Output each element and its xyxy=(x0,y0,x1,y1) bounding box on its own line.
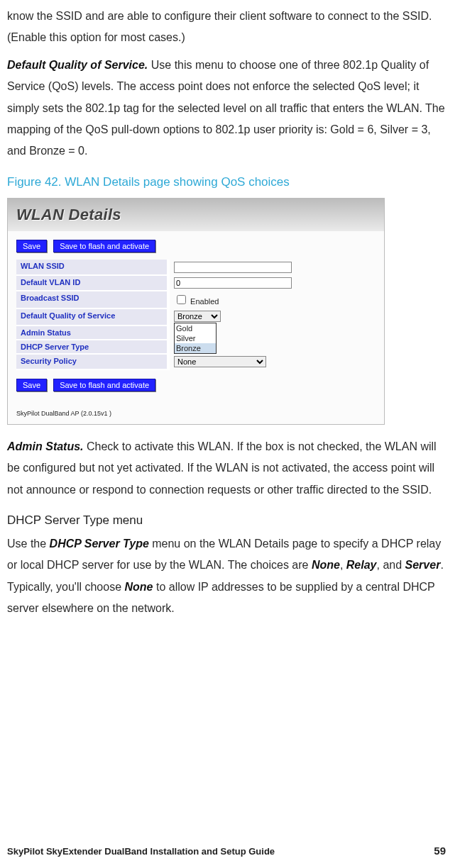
wlan-panel-title: WLAN Details xyxy=(8,199,384,231)
figure-caption: Figure 42. WLAN Details page showing QoS… xyxy=(7,175,446,189)
qos-option-gold[interactable]: Gold xyxy=(175,323,216,333)
label-security-policy: Security Policy xyxy=(16,354,168,369)
sep2: , and xyxy=(377,559,405,571)
qos-body: Use this menu to choose one of three 802… xyxy=(7,59,445,157)
option-server: Server xyxy=(405,559,441,571)
label-wlan-ssid: WLAN SSID xyxy=(16,260,168,275)
button-row-bottom: Save Save to flash and activate xyxy=(16,379,376,391)
paragraph-admin-status: Admin Status. Check to activate this WLA… xyxy=(7,436,446,501)
dhcp-server-type-term: DHCP Server Type xyxy=(50,538,149,550)
footer-doc-title: SkyPilot SkyExtender DualBand Installati… xyxy=(7,846,275,857)
label-dhcp-server-type: DHCP Server Type xyxy=(16,340,168,354)
label-enabled: Enabled xyxy=(190,297,219,306)
sep1: , xyxy=(340,559,346,571)
button-row-top: Save Save to flash and activate xyxy=(16,240,376,252)
save-button-bottom[interactable]: Save xyxy=(16,379,47,391)
paragraph-ssid-continuation: know the SSID and are able to configure … xyxy=(7,6,446,49)
select-qos[interactable]: Bronze xyxy=(174,311,221,322)
label-default-vlan: Default VLAN ID xyxy=(16,275,168,291)
wlan-details-panel: WLAN Details Save Save to flash and acti… xyxy=(7,198,385,425)
paragraph-qos: Default Quality of Service. Use this men… xyxy=(7,55,446,162)
select-security-policy[interactable]: None xyxy=(174,356,266,367)
save-button[interactable]: Save xyxy=(16,240,47,252)
dhcp-text-a: Use the xyxy=(7,538,50,550)
save-flash-button[interactable]: Save to flash and activate xyxy=(53,240,155,252)
qos-option-bronze[interactable]: Bronze xyxy=(175,343,216,353)
option-relay: Relay xyxy=(346,559,377,571)
admin-status-term: Admin Status. xyxy=(7,440,84,452)
wlan-form-table: WLAN SSID Default VLAN ID Broadcast SSID… xyxy=(16,260,376,370)
paragraph-dhcp: Use the DHCP Server Type menu on the WLA… xyxy=(7,533,446,620)
qos-option-silver[interactable]: Silver xyxy=(175,333,216,343)
label-default-qos: Default Quality of Service xyxy=(16,308,168,326)
checkbox-broadcast-enabled[interactable] xyxy=(177,295,186,304)
page-footer: SkyPilot SkyExtender DualBand Installati… xyxy=(7,845,446,857)
label-admin-status: Admin Status xyxy=(16,326,168,340)
input-default-vlan[interactable] xyxy=(174,277,292,289)
footer-page-number: 59 xyxy=(434,845,446,857)
label-broadcast-ssid: Broadcast SSID xyxy=(16,291,168,308)
dhcp-subheading: DHCP Server Type menu xyxy=(7,513,446,528)
wlan-version-text: SkyPilot DualBand AP (2.0.15v1 ) xyxy=(8,403,384,424)
option-none: None xyxy=(312,559,340,571)
input-wlan-ssid[interactable] xyxy=(174,262,292,273)
save-flash-button-bottom[interactable]: Save to flash and activate xyxy=(53,379,155,391)
qos-dropdown-open[interactable]: Gold Silver Bronze xyxy=(174,323,217,354)
qos-term: Default Quality of Service. xyxy=(7,59,148,71)
option-none-2: None xyxy=(125,581,153,593)
